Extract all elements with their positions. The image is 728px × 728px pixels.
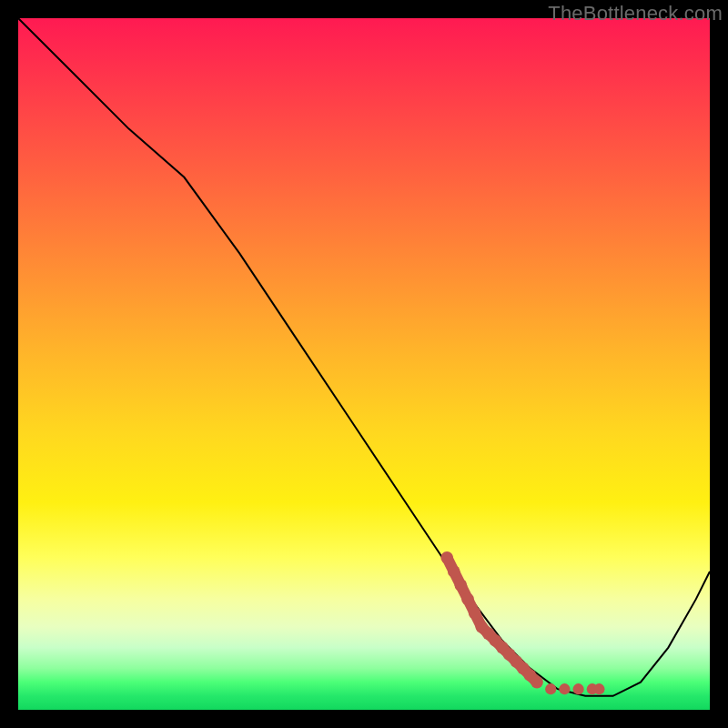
line-series-curve (18, 18, 710, 696)
marker-dot (469, 607, 481, 620)
marker-series (440, 551, 604, 694)
attribution-text: TheBottleneck.com (548, 2, 723, 25)
marker-dot (455, 579, 468, 592)
marker-dot (593, 683, 604, 694)
marker-dot (559, 683, 570, 694)
marker-dot (461, 593, 474, 606)
marker-dot (573, 683, 584, 694)
marker-dot (440, 551, 453, 564)
chart-svg (18, 18, 710, 710)
chart-container: TheBottleneck.com (0, 0, 728, 728)
marker-dot (448, 565, 460, 578)
marker-dot (545, 683, 556, 694)
marker-dot (531, 676, 543, 689)
plot-area (18, 18, 710, 710)
